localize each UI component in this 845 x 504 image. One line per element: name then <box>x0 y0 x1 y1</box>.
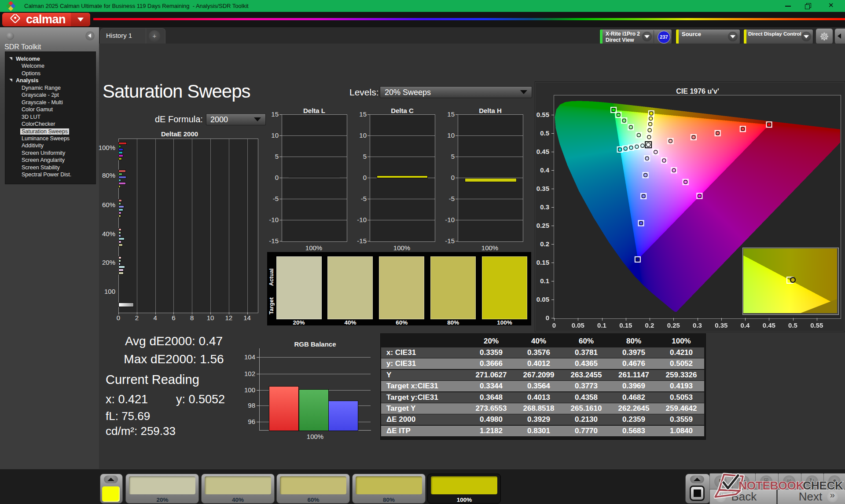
svg-text:NOTEBOOK: NOTEBOOK <box>738 479 804 492</box>
svg-text:CHECK: CHECK <box>803 479 843 492</box>
